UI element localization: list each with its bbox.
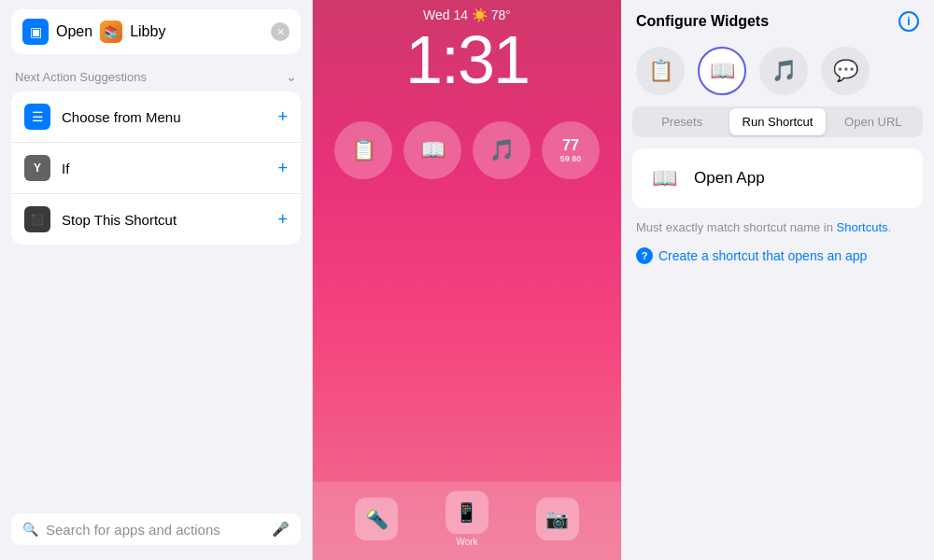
widget-music: 🎵 bbox=[473, 121, 531, 179]
camera-icon: 📷 bbox=[536, 497, 579, 540]
libby-app-icon: 📚 bbox=[100, 21, 122, 43]
tab-run-shortcut[interactable]: Run Shortcut bbox=[729, 108, 825, 135]
add-stop-shortcut-button[interactable]: + bbox=[277, 210, 288, 230]
tab-presets[interactable]: Presets bbox=[634, 108, 729, 135]
action-item-stop-shortcut[interactable]: ⬛ Stop This Shortcut + bbox=[11, 194, 301, 245]
right-panel: Configure Widgets i 📋 📖 🎵 💬 Presets Run … bbox=[621, 0, 934, 560]
widget-option-music[interactable]: 🎵 bbox=[759, 47, 808, 95]
flashlight-icon: 🔦 bbox=[355, 497, 398, 540]
open-text: Open bbox=[56, 23, 92, 40]
next-action-header: Next Action Suggestions ⌄ bbox=[0, 54, 312, 91]
work-label: Work bbox=[456, 537, 477, 547]
help-icon: ? bbox=[636, 247, 653, 264]
dock-item-work: 📱 Work bbox=[446, 491, 488, 547]
dock-item-flashlight: 🔦 bbox=[355, 497, 398, 540]
dock-item-camera: 📷 bbox=[536, 497, 579, 540]
open-app-card-title: Open App bbox=[694, 169, 765, 188]
search-bar-area: 🔍 Search for apps and actions 🎤 bbox=[0, 504, 312, 560]
widget-option-book[interactable]: 📖 bbox=[698, 47, 746, 95]
chevron-down-icon[interactable]: ⌄ bbox=[286, 69, 297, 84]
search-placeholder: Search for apps and actions bbox=[46, 522, 264, 538]
microphone-icon[interactable]: 🎤 bbox=[272, 521, 290, 538]
open-app-bar[interactable]: ▣ Open 📚 Libby ✕ bbox=[11, 9, 301, 54]
tab-open-url[interactable]: Open URL bbox=[826, 108, 921, 135]
widget-weather: 77 59 80 bbox=[542, 121, 600, 179]
configure-header: Configure Widgets i bbox=[621, 0, 934, 39]
configure-widgets-title: Configure Widgets bbox=[636, 13, 769, 30]
help-link-row[interactable]: ? Create a shortcut that opens an app bbox=[632, 247, 923, 264]
shortcuts-link[interactable]: Shortcuts bbox=[837, 220, 888, 234]
tabs-row: Presets Run Shortcut Open URL bbox=[632, 106, 923, 137]
action-item-if[interactable]: Y If + bbox=[11, 143, 301, 194]
phone-time: 1:31 bbox=[405, 26, 529, 93]
choose-from-menu-label: Choose from Menu bbox=[62, 109, 266, 125]
next-action-title: Next Action Suggestions bbox=[15, 70, 147, 84]
must-match-period: . bbox=[888, 220, 892, 234]
search-input-wrapper[interactable]: 🔍 Search for apps and actions 🎤 bbox=[11, 513, 301, 545]
libby-label: Libby bbox=[130, 23, 165, 40]
add-choose-from-menu-button[interactable]: + bbox=[277, 107, 288, 127]
widget-book: 📖 bbox=[403, 121, 461, 179]
stop-shortcut-icon: ⬛ bbox=[24, 206, 50, 232]
if-label: If bbox=[62, 161, 266, 176]
phone-widgets-row: 📋 📖 🎵 77 59 80 bbox=[334, 121, 600, 179]
open-app-icon: ▣ bbox=[22, 19, 49, 45]
open-app-card: 📖 Open App bbox=[632, 148, 923, 208]
widget-icons-row: 📋 📖 🎵 💬 bbox=[621, 39, 934, 106]
must-match-description: Must exactly match shortcut name in Shor… bbox=[632, 219, 923, 236]
close-button[interactable]: ✕ bbox=[271, 22, 290, 41]
stop-shortcut-label: Stop This Shortcut bbox=[62, 212, 266, 228]
action-list: ☰ Choose from Menu + Y If + ⬛ Stop This … bbox=[11, 91, 301, 245]
search-icon: 🔍 bbox=[22, 522, 38, 537]
weather-temp: 77 bbox=[562, 137, 579, 154]
widget-option-clipboard[interactable]: 📋 bbox=[636, 47, 685, 95]
open-app-card-icon: 📖 bbox=[647, 161, 681, 195]
action-item-choose-from-menu[interactable]: ☰ Choose from Menu + bbox=[11, 91, 301, 143]
phone-date: Wed 14 ☀️ 78° bbox=[313, 7, 621, 22]
add-if-button[interactable]: + bbox=[277, 159, 288, 178]
phone-preview: Wed 14 ☀️ 78° 1:31 📋 📖 🎵 77 59 80 🔦 📱 Wo… bbox=[313, 0, 621, 560]
must-match-text: Must exactly match shortcut name in bbox=[636, 220, 837, 234]
phone-dock: 🔦 📱 Work 📷 bbox=[313, 482, 621, 560]
choose-from-menu-icon: ☰ bbox=[24, 104, 50, 130]
widget-clipboard: 📋 bbox=[334, 121, 392, 179]
help-link-text[interactable]: Create a shortcut that opens an app bbox=[658, 248, 867, 263]
left-panel: ▣ Open 📚 Libby ✕ Next Action Suggestions… bbox=[0, 0, 313, 560]
info-icon[interactable]: i bbox=[899, 11, 919, 32]
weather-minmax: 59 80 bbox=[560, 154, 582, 163]
work-app-icon: 📱 bbox=[446, 491, 488, 534]
if-icon: Y bbox=[24, 155, 50, 181]
widget-option-message[interactable]: 💬 bbox=[821, 47, 870, 95]
